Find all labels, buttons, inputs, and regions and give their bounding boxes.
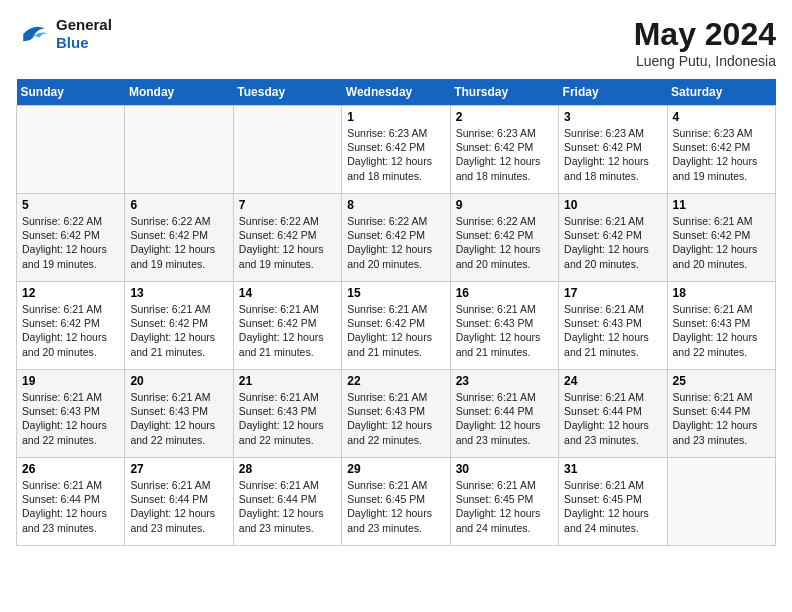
weekday-header: Friday (559, 79, 667, 106)
calendar-cell: 23Sunrise: 6:21 AM Sunset: 6:44 PM Dayli… (450, 370, 558, 458)
calendar-cell: 12Sunrise: 6:21 AM Sunset: 6:42 PM Dayli… (17, 282, 125, 370)
calendar-cell: 30Sunrise: 6:21 AM Sunset: 6:45 PM Dayli… (450, 458, 558, 546)
day-number: 27 (130, 462, 227, 476)
day-number: 9 (456, 198, 553, 212)
day-number: 5 (22, 198, 119, 212)
day-info: Sunrise: 6:21 AM Sunset: 6:43 PM Dayligh… (673, 302, 770, 359)
day-number: 31 (564, 462, 661, 476)
calendar-cell: 1Sunrise: 6:23 AM Sunset: 6:42 PM Daylig… (342, 106, 450, 194)
day-number: 13 (130, 286, 227, 300)
calendar-cell: 18Sunrise: 6:21 AM Sunset: 6:43 PM Dayli… (667, 282, 775, 370)
day-number: 25 (673, 374, 770, 388)
weekday-header: Monday (125, 79, 233, 106)
location: Lueng Putu, Indonesia (634, 53, 776, 69)
day-number: 15 (347, 286, 444, 300)
day-info: Sunrise: 6:21 AM Sunset: 6:44 PM Dayligh… (239, 478, 336, 535)
calendar-week-row: 26Sunrise: 6:21 AM Sunset: 6:44 PM Dayli… (17, 458, 776, 546)
day-number: 18 (673, 286, 770, 300)
title-block: May 2024 Lueng Putu, Indonesia (634, 16, 776, 69)
day-info: Sunrise: 6:21 AM Sunset: 6:44 PM Dayligh… (456, 390, 553, 447)
day-info: Sunrise: 6:22 AM Sunset: 6:42 PM Dayligh… (22, 214, 119, 271)
calendar-cell (233, 106, 341, 194)
day-number: 6 (130, 198, 227, 212)
calendar-cell: 16Sunrise: 6:21 AM Sunset: 6:43 PM Dayli… (450, 282, 558, 370)
day-number: 7 (239, 198, 336, 212)
day-info: Sunrise: 6:23 AM Sunset: 6:42 PM Dayligh… (673, 126, 770, 183)
page-header: General Blue May 2024 Lueng Putu, Indone… (16, 16, 776, 69)
day-info: Sunrise: 6:22 AM Sunset: 6:42 PM Dayligh… (456, 214, 553, 271)
calendar-cell: 11Sunrise: 6:21 AM Sunset: 6:42 PM Dayli… (667, 194, 775, 282)
day-number: 11 (673, 198, 770, 212)
day-info: Sunrise: 6:21 AM Sunset: 6:42 PM Dayligh… (130, 302, 227, 359)
calendar-cell: 28Sunrise: 6:21 AM Sunset: 6:44 PM Dayli… (233, 458, 341, 546)
calendar-cell: 9Sunrise: 6:22 AM Sunset: 6:42 PM Daylig… (450, 194, 558, 282)
calendar-cell: 31Sunrise: 6:21 AM Sunset: 6:45 PM Dayli… (559, 458, 667, 546)
day-number: 2 (456, 110, 553, 124)
day-info: Sunrise: 6:21 AM Sunset: 6:43 PM Dayligh… (239, 390, 336, 447)
day-info: Sunrise: 6:21 AM Sunset: 6:44 PM Dayligh… (673, 390, 770, 447)
weekday-header: Tuesday (233, 79, 341, 106)
day-number: 29 (347, 462, 444, 476)
day-number: 16 (456, 286, 553, 300)
day-info: Sunrise: 6:21 AM Sunset: 6:42 PM Dayligh… (347, 302, 444, 359)
day-info: Sunrise: 6:21 AM Sunset: 6:43 PM Dayligh… (564, 302, 661, 359)
calendar-cell: 26Sunrise: 6:21 AM Sunset: 6:44 PM Dayli… (17, 458, 125, 546)
day-number: 26 (22, 462, 119, 476)
calendar-cell (17, 106, 125, 194)
month-title: May 2024 (634, 16, 776, 53)
day-number: 20 (130, 374, 227, 388)
calendar-cell: 8Sunrise: 6:22 AM Sunset: 6:42 PM Daylig… (342, 194, 450, 282)
day-info: Sunrise: 6:21 AM Sunset: 6:45 PM Dayligh… (347, 478, 444, 535)
day-info: Sunrise: 6:22 AM Sunset: 6:42 PM Dayligh… (239, 214, 336, 271)
logo: General Blue (16, 16, 112, 52)
day-number: 17 (564, 286, 661, 300)
day-info: Sunrise: 6:21 AM Sunset: 6:45 PM Dayligh… (564, 478, 661, 535)
calendar-cell: 4Sunrise: 6:23 AM Sunset: 6:42 PM Daylig… (667, 106, 775, 194)
calendar-cell (667, 458, 775, 546)
calendar-cell (125, 106, 233, 194)
calendar-cell: 3Sunrise: 6:23 AM Sunset: 6:42 PM Daylig… (559, 106, 667, 194)
day-number: 12 (22, 286, 119, 300)
logo-icon (16, 16, 52, 52)
day-info: Sunrise: 6:21 AM Sunset: 6:44 PM Dayligh… (22, 478, 119, 535)
calendar-cell: 22Sunrise: 6:21 AM Sunset: 6:43 PM Dayli… (342, 370, 450, 458)
calendar-cell: 14Sunrise: 6:21 AM Sunset: 6:42 PM Dayli… (233, 282, 341, 370)
calendar-cell: 27Sunrise: 6:21 AM Sunset: 6:44 PM Dayli… (125, 458, 233, 546)
day-number: 1 (347, 110, 444, 124)
day-number: 30 (456, 462, 553, 476)
day-number: 23 (456, 374, 553, 388)
calendar-cell: 5Sunrise: 6:22 AM Sunset: 6:42 PM Daylig… (17, 194, 125, 282)
calendar-table: SundayMondayTuesdayWednesdayThursdayFrid… (16, 79, 776, 546)
day-info: Sunrise: 6:21 AM Sunset: 6:42 PM Dayligh… (239, 302, 336, 359)
weekday-header: Saturday (667, 79, 775, 106)
day-info: Sunrise: 6:21 AM Sunset: 6:45 PM Dayligh… (456, 478, 553, 535)
day-info: Sunrise: 6:21 AM Sunset: 6:44 PM Dayligh… (130, 478, 227, 535)
calendar-cell: 7Sunrise: 6:22 AM Sunset: 6:42 PM Daylig… (233, 194, 341, 282)
calendar-cell: 15Sunrise: 6:21 AM Sunset: 6:42 PM Dayli… (342, 282, 450, 370)
calendar-cell: 17Sunrise: 6:21 AM Sunset: 6:43 PM Dayli… (559, 282, 667, 370)
weekday-header: Thursday (450, 79, 558, 106)
calendar-cell: 21Sunrise: 6:21 AM Sunset: 6:43 PM Dayli… (233, 370, 341, 458)
calendar-week-row: 12Sunrise: 6:21 AM Sunset: 6:42 PM Dayli… (17, 282, 776, 370)
calendar-cell: 13Sunrise: 6:21 AM Sunset: 6:42 PM Dayli… (125, 282, 233, 370)
calendar-cell: 2Sunrise: 6:23 AM Sunset: 6:42 PM Daylig… (450, 106, 558, 194)
weekday-row: SundayMondayTuesdayWednesdayThursdayFrid… (17, 79, 776, 106)
calendar-week-row: 1Sunrise: 6:23 AM Sunset: 6:42 PM Daylig… (17, 106, 776, 194)
day-info: Sunrise: 6:21 AM Sunset: 6:42 PM Dayligh… (22, 302, 119, 359)
day-number: 14 (239, 286, 336, 300)
day-number: 3 (564, 110, 661, 124)
day-number: 22 (347, 374, 444, 388)
calendar-cell: 24Sunrise: 6:21 AM Sunset: 6:44 PM Dayli… (559, 370, 667, 458)
calendar-week-row: 5Sunrise: 6:22 AM Sunset: 6:42 PM Daylig… (17, 194, 776, 282)
day-info: Sunrise: 6:23 AM Sunset: 6:42 PM Dayligh… (456, 126, 553, 183)
day-info: Sunrise: 6:22 AM Sunset: 6:42 PM Dayligh… (347, 214, 444, 271)
calendar-week-row: 19Sunrise: 6:21 AM Sunset: 6:43 PM Dayli… (17, 370, 776, 458)
day-number: 8 (347, 198, 444, 212)
logo-text: General Blue (56, 16, 112, 52)
day-info: Sunrise: 6:22 AM Sunset: 6:42 PM Dayligh… (130, 214, 227, 271)
day-number: 28 (239, 462, 336, 476)
calendar-cell: 6Sunrise: 6:22 AM Sunset: 6:42 PM Daylig… (125, 194, 233, 282)
calendar-cell: 20Sunrise: 6:21 AM Sunset: 6:43 PM Dayli… (125, 370, 233, 458)
day-info: Sunrise: 6:21 AM Sunset: 6:43 PM Dayligh… (130, 390, 227, 447)
day-info: Sunrise: 6:23 AM Sunset: 6:42 PM Dayligh… (564, 126, 661, 183)
